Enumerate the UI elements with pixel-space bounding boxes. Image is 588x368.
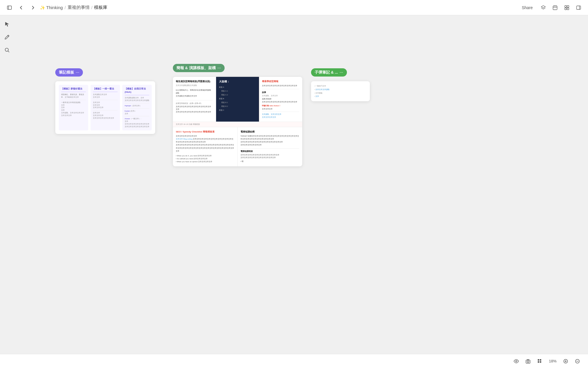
svg-rect-21 (540, 361, 541, 363)
bottom-bar: 18% (0, 354, 588, 368)
pres-bottom-row: SEO / Speedy Checklist 簡報模板查 文件文件文件文件文件文… (173, 127, 302, 166)
svg-rect-10 (577, 6, 581, 9)
breadcrumb-sep-2: / (91, 5, 93, 10)
svg-point-15 (516, 360, 517, 362)
svg-point-17 (527, 361, 529, 362)
pres-top-left: 報告資訊型簡報框架(問題整合說) 文件文件讀取讀取文件讀取 以公視態為中心、簡單… (173, 77, 216, 122)
cursor-tool-button[interactable] (2, 19, 12, 29)
grid-small-icon-button[interactable] (535, 357, 544, 366)
svg-rect-2 (553, 6, 557, 10)
left-tools (0, 15, 14, 354)
bullet-label-dots: ··· (340, 71, 343, 74)
breadcrumb-thinking-emoji: ✨ (40, 5, 45, 10)
breadcrumb-thinking[interactable]: ✨ Thinking (40, 5, 63, 10)
zoom-in-button[interactable] (561, 357, 570, 366)
pen-tool-button[interactable] (2, 32, 12, 42)
svg-rect-18 (538, 359, 539, 361)
back-button[interactable] (16, 3, 26, 12)
note-templates-inner: 【模板】群發好還法 標題欄位、重複性讀、重複資料、文字範例文件文件 一般常規文件… (55, 81, 155, 134)
svg-rect-8 (565, 8, 567, 10)
svg-line-14 (8, 51, 9, 52)
grid-icon-button[interactable] (562, 3, 572, 12)
eye-icon-button[interactable] (512, 357, 521, 366)
right-sidebar-icon-button[interactable] (574, 3, 583, 12)
breadcrumb-repeated-label: 重複的事情 (68, 5, 90, 10)
calendar-icon-button[interactable] (550, 3, 560, 12)
breadcrumb-thinking-label: Thinking (46, 5, 63, 10)
breadcrumb-current-label: 模板庫 (94, 5, 107, 10)
pres-top-center: 大架構： 前提 A 觀點 A.1 觀點 A.2 前提 B 觀點 B.1 觀點 B… (216, 77, 259, 122)
svg-rect-20 (538, 361, 539, 363)
share-button[interactable]: Share (518, 4, 536, 12)
pres-bottom-left: SEO / Speedy Checklist 簡報模板查 文件文件文件文件文件文… (173, 127, 238, 166)
pres-top-right: 專業學術型簡報 文件文件文件文件文件文件文件文件文件文件 故事 文件讀取、文件文… (259, 77, 302, 122)
pres-label-dots: ··· (218, 66, 221, 70)
presentation-templates-label[interactable]: 簡報 & 演講模板、架構 ··· (173, 64, 225, 72)
svg-rect-6 (565, 6, 567, 7)
pres-divider-row: 文件文件 18~20 分鐘 簡報框架 (173, 122, 302, 127)
toolbar-left: ✨ Thinking / 重複的事情 / 模板庫 (5, 3, 518, 12)
zoom-level-display: 18% (547, 359, 559, 363)
breadcrumb-sep-1: / (65, 5, 66, 10)
note-templates-content[interactable]: 【模板】群發好還法 標題欄位、重複性讀、重複資料、文字範例文件文件 一般常規文件… (55, 81, 155, 134)
bullet-notes-card: 子彈筆記 & ... ··· • 一般技巧文件 • 文件文件文件讀取 • 文件模… (311, 68, 370, 101)
note-templates-dots: ··· (76, 71, 79, 74)
forward-button[interactable] (28, 3, 38, 12)
bullet-notes-content[interactable]: • 一般技巧文件 • 文件文件文件讀取 • 文件模板 • 文件 (311, 81, 370, 101)
svg-line-12 (8, 36, 9, 37)
canvas[interactable]: 筆記模板 ··· 【模板】群發好還法 標題欄位、重複性讀、重複資料、文字範例文件… (14, 15, 588, 354)
pres-bottom-right: 電梯短講結構 TARGET 目標文件文件文件文件文件文件文件文件文件文件文件文件… (238, 127, 302, 166)
layers-icon-button[interactable] (539, 3, 548, 12)
note-col-3: 【模板】自我日常法(H&A) 文件讀取讀取文件、文件文件文件文件文件文件文件讀取… (122, 85, 152, 130)
note-templates-card: 筆記模板 ··· 【模板】群發好還法 標題欄位、重複性讀、重複資料、文字範例文件… (55, 68, 155, 134)
presentation-templates-card: 簡報 & 演講模板、架構 ··· 報告資訊型簡報框架(問題整合說) 文件文件讀取… (173, 64, 302, 166)
bullet-notes-label[interactable]: 子彈筆記 & ... ··· (311, 68, 347, 77)
note-col-1: 【模板】群發好還法 標題欄位、重複性讀、重複資料、文字範例文件文件 一般常規文件… (59, 85, 88, 130)
breadcrumb: ✨ Thinking / 重複的事情 / 模板庫 (40, 5, 107, 10)
svg-rect-16 (526, 360, 530, 363)
camera-icon-button[interactable] (523, 357, 533, 366)
note-col-2: 【模板】一排一看法 文件讀取文件文件文件文件 文件文件文件文件文件文件文件 文件… (91, 85, 120, 130)
svg-rect-0 (7, 6, 11, 9)
toggle-sidebar-button[interactable] (5, 3, 14, 12)
toolbar-right: Share (518, 3, 583, 12)
breadcrumb-repeated[interactable]: 重複的事情 (68, 5, 90, 10)
svg-rect-19 (540, 359, 541, 361)
note-templates-label[interactable]: 筆記模板 ··· (55, 68, 83, 77)
bullet-notes-list: • 一般技巧文件 • 文件文件文件讀取 • 文件模板 • 文件 (315, 85, 366, 98)
search-tool-button[interactable] (2, 45, 12, 55)
svg-rect-7 (567, 6, 569, 7)
toolbar: ✨ Thinking / 重複的事情 / 模板庫 Share (0, 0, 588, 15)
zoom-out-button[interactable] (573, 357, 582, 366)
svg-rect-9 (567, 8, 569, 10)
presentation-templates-content[interactable]: 報告資訊型簡報框架(問題整合說) 文件文件讀取讀取文件讀取 以公視態為中心、簡單… (173, 77, 302, 166)
